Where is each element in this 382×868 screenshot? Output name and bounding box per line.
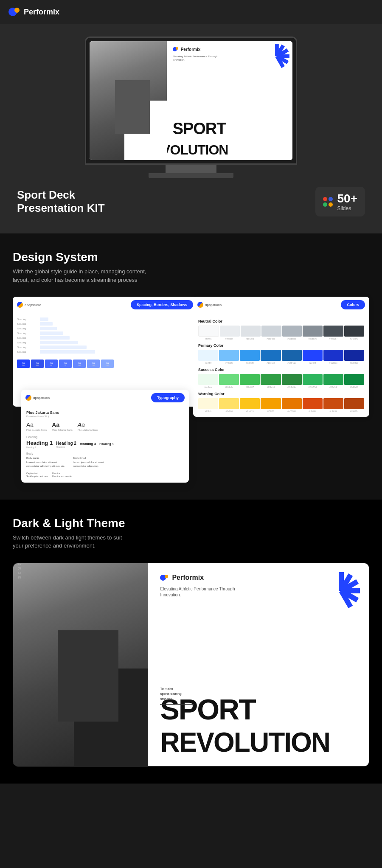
blue-swatches: Aa Sm Aa Md Aa Lg Aa Xl (17, 360, 193, 368)
theme-brand: Performix (172, 574, 204, 581)
theme-bottom-text: To make sports training smarter (160, 686, 194, 702)
design-system-title: Design System (13, 250, 369, 264)
wl-4: #f59f00 (261, 410, 281, 413)
warning-swatch-1 (198, 398, 218, 409)
aa-regular: Aa Plus Jakarta Sans (26, 421, 47, 431)
heading-1-sample: Heading 1 Heading 1 (26, 440, 53, 449)
monitor-base (149, 173, 233, 178)
spacing-panel-logo: dpopstudio (17, 302, 41, 308)
nl-5: #adb5bd (282, 337, 302, 340)
wl-7: #c94b0f (323, 410, 343, 413)
swatch-blue-3: Aa Lg (45, 360, 58, 368)
heading-3-sample: Heading 3 (80, 442, 96, 446)
swatch-blue-7: Aa 4xl (101, 360, 114, 368)
body-text-1: Body LargeLorem ipsum dolor sit amet con… (26, 456, 69, 469)
dot-yellow (329, 202, 333, 207)
warning-swatch-8 (344, 398, 364, 409)
heading-4-sample: Heading 4 (99, 442, 113, 445)
primary-color-swatches (198, 350, 364, 361)
slide-title-revolution: REVOLUTION (167, 143, 228, 157)
neutral-labels: #f8f9fa #e9ecef #dee2e6 #ced4da #adb5bd … (198, 337, 364, 340)
primary-swatch-7 (323, 350, 343, 361)
logo-icon (8, 6, 20, 18)
nl-8: #343a40 (344, 337, 364, 340)
warning-swatch-2 (219, 398, 239, 409)
typo-logo: dpopstudio (25, 395, 50, 401)
sl-6: #2db55d (303, 386, 323, 388)
swatch-blue-4: Aa Xl (59, 360, 72, 368)
sl-4: #2f9e44 (261, 386, 281, 388)
nl-4: #ced4da (261, 337, 281, 340)
neutral-swatch-1 (198, 326, 219, 337)
sl-3: #40c057 (240, 386, 260, 388)
spacing-bar-4xl (40, 350, 95, 354)
wl-1: #fff9db (198, 410, 218, 413)
pl-1: #e7f5ff (198, 362, 218, 364)
colors-logo-icon (197, 302, 203, 308)
slides-dots-icon (323, 197, 333, 207)
warning-swatch-6 (303, 398, 323, 409)
h3-text: Heading 3 (80, 442, 96, 446)
svg-point-1 (14, 8, 20, 13)
font-name: Plus Jakarta Sans (26, 410, 184, 415)
design-system-desc: With the global style guide in place, ma… (13, 267, 157, 284)
headings-row: Heading 1 Heading 1 Heading 2 Headings H… (26, 440, 184, 449)
brand-name: Performix (24, 8, 59, 17)
spacing-item-label-3: Spacing (17, 327, 38, 330)
design-system-section: Design System With the global style guid… (0, 233, 382, 500)
theme-preview: JRGE Performix Elevating Athletic Perfor… (13, 563, 369, 767)
dot-green (323, 202, 327, 207)
theme-title: Dark & Light Theme (13, 517, 369, 530)
typo-logo-icon (25, 395, 31, 401)
spacing-bar-sm (40, 322, 53, 326)
hero-title-line2: Presentation KIT (17, 202, 105, 215)
aa-italic: Aa Plus Jakarta Sans (78, 421, 98, 431)
dot-red (323, 197, 327, 201)
theme-revolution-title: REVOLUTION (160, 729, 330, 756)
monitor-screen: Performix Elevating Athletic Performance… (90, 41, 292, 160)
h2-text: Heading 2 (56, 441, 76, 446)
spacing-bar-lg (40, 331, 63, 335)
primary-swatch-4 (261, 350, 281, 361)
typo-content: Plus Jakarta Sans Download free (SIL) Aa… (21, 406, 189, 483)
neutral-swatch-6 (303, 326, 323, 337)
wl-5: #e67700 (282, 410, 302, 413)
warning-swatch-7 (323, 398, 343, 409)
success-swatch-8 (344, 374, 364, 385)
spacing-item-label-2: Spacing (17, 323, 38, 325)
success-color-swatches (198, 374, 364, 385)
monitor-stand (166, 165, 216, 173)
typo-panel-header: dpopstudio Typography (21, 390, 189, 406)
success-swatch-3 (240, 374, 260, 385)
headings-section: Heading Heading 1 Heading 1 Heading 2 He… (26, 435, 184, 449)
success-swatch-7 (323, 374, 343, 385)
header: Performix (0, 0, 382, 24)
swatch-blue-2: Aa Md (31, 360, 44, 368)
heading-2-sample: Heading 2 Headings (56, 441, 76, 448)
hero-title-line1: Sport Deck (17, 188, 105, 202)
sl-1: #ebfbee (198, 386, 218, 388)
primary-color-title: Primary Color (198, 343, 364, 348)
slide-tagline: Elevating Athletic Performance Through I… (173, 55, 219, 62)
slides-label: Slides (337, 205, 358, 211)
aa-bold: Aa Plus Jakarta Sans (52, 421, 72, 431)
warning-color-title: Warning Color (198, 392, 364, 396)
primary-swatch-5 (282, 350, 302, 361)
slides-count: 50+ (337, 192, 358, 205)
h2-sub: Headings (56, 446, 76, 448)
dark-block-2 (58, 630, 118, 722)
theme-section: Dark & Light Theme Switch between dark a… (0, 500, 382, 784)
pl-2: #74c0fc (219, 362, 239, 364)
wl-8: #b3420d (344, 410, 364, 413)
nl-7: #495057 (323, 337, 343, 340)
neutral-swatch-8 (344, 326, 364, 337)
colors-tab: Colors (341, 300, 365, 309)
colors-logo: dpopstudio (197, 302, 222, 308)
wl-2: #ffe066 (219, 410, 239, 413)
dark-watermark: JRGE (17, 563, 22, 766)
pl-4: #1971c2 (261, 362, 281, 364)
spacing-item-label-4: Spacing (17, 332, 38, 334)
spacing-bar-xxl (40, 341, 78, 344)
sl-8: #0d8a40 (344, 386, 364, 388)
slides-badge: 50+ Slides (315, 187, 365, 216)
